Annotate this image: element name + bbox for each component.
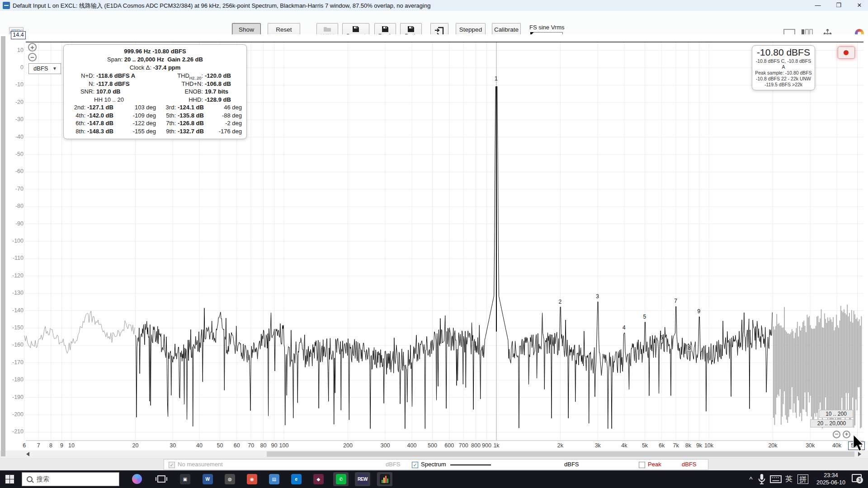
legend-item-no-measurement[interactable]: ✓No measurement (169, 461, 223, 468)
x-tick-60: 60 (234, 442, 240, 449)
x-tick-6: 6 (23, 442, 26, 449)
x-tick-90: 90 (271, 442, 278, 449)
taskbar-app-app-dark2[interactable]: ◍ (222, 472, 237, 486)
taskbar-app-wechat[interactable]: ✆ (333, 472, 349, 486)
zoom-out-button[interactable]: − (28, 53, 37, 61)
x-tick-200: 200 (343, 442, 353, 449)
legend-unit: dBFS (682, 461, 697, 468)
task-view-icon[interactable] (157, 475, 165, 483)
ime-pinyin-icon[interactable]: 拼 (797, 474, 808, 484)
y-tick--120: -120 (6, 272, 24, 279)
ime-english-icon[interactable]: 英 (784, 470, 794, 488)
legend-label: Spectrum (421, 461, 446, 468)
legend-strip: ✓No measurementdBFS✓SpectrumdBFSPeakdBFS (0, 458, 868, 470)
peak-detail-4: -119.5 dBFS >22k (754, 82, 813, 88)
y-tick--160: -160 (6, 342, 24, 348)
taskbar-app-app-dark1[interactable]: ▣ (177, 472, 193, 486)
clock-label: Clock Δ: (130, 64, 151, 71)
x-zoom-in-button[interactable]: + (843, 431, 850, 438)
y-tick-0: 0 (6, 64, 24, 70)
marker-6: 6 (660, 334, 663, 341)
x-tick-5k: 5k (642, 442, 648, 449)
chevron-down-icon: ▼ (52, 64, 57, 74)
x-tick-80: 80 (260, 442, 266, 449)
x-tick-20k: 20k (768, 442, 777, 449)
y-tick--80: -80 (6, 203, 24, 209)
edge-icon: e (291, 474, 302, 484)
rew-icon: REW (358, 474, 368, 484)
scroll-right-icon[interactable] (858, 452, 861, 456)
legend-unit: dBFS (386, 461, 401, 468)
y-tick--110: -110 (6, 255, 24, 261)
microphone-icon[interactable] (758, 470, 766, 488)
wechat-icon: ✆ (336, 474, 346, 484)
harmonic-row-2: 6th:-147.8 dB-122 deg7th:-126.8 dB-2 deg (68, 119, 242, 127)
taskbar-app-word[interactable]: W (200, 472, 215, 486)
legend-item-spectrum[interactable]: ✓Spectrum (412, 461, 446, 468)
x-tick-100: 100 (279, 442, 289, 449)
vertical-splitter[interactable] (1, 36, 5, 456)
taskbar-app-analyzer[interactable] (377, 472, 392, 486)
y-tick--190: -190 (6, 394, 24, 400)
x-tick-70: 70 (248, 442, 254, 449)
y-tick--30: -30 (6, 116, 24, 122)
taskbar-clock[interactable]: 23:34 2025-06-10 (812, 472, 850, 486)
x-zoom-out-button[interactable]: − (833, 431, 840, 438)
x-tick-10: 10 (68, 442, 75, 449)
clock-time: 23:34 (812, 472, 850, 479)
taskbar-app-app-maroon[interactable]: ◆ (311, 472, 326, 486)
search-input[interactable]: 搜索 (22, 472, 119, 486)
marker-3: 3 (596, 293, 599, 300)
peak-detail-3: -10.8 dBFS 22 - 22k UNW (754, 76, 813, 82)
x-tick-40: 40 (196, 442, 203, 449)
legend-unit: dBFS (564, 461, 579, 468)
range-box-top[interactable]: 10 .. 200 (819, 410, 853, 418)
horizontal-scrollbar[interactable] (0, 450, 868, 458)
range-box-bottom[interactable]: 20 .. 20,000 (810, 419, 853, 427)
taskbar-app-rew[interactable]: REW (355, 472, 370, 486)
x-tick-600: 600 (444, 442, 454, 449)
taskbar-app-app-red[interactable]: ◉ (244, 472, 259, 486)
clock-date: 2025-06-10 (812, 479, 850, 486)
keyboard-icon[interactable] (770, 470, 782, 488)
scroll-left-icon[interactable] (26, 452, 29, 456)
taskbar-app-explorer[interactable]: ▤ (266, 472, 282, 486)
taskbar-app-edge[interactable]: e (288, 472, 304, 486)
peak-info-box: -10.80 dBFS -10.8 dBFS C, -10.8 dBFS A P… (752, 45, 815, 90)
x-axis-max-box[interactable]: 50.0 (848, 441, 865, 450)
spectrum-plot[interactable]: dBFS 14.4 50.0 100-10-20-30-40-50-60-70-… (0, 34, 868, 488)
app-red-icon: ◉ (247, 474, 257, 484)
cursor-readout: 999.96 Hz -10.80 dBFS (124, 48, 186, 55)
record-button[interactable] (838, 47, 855, 59)
legend-item-peak[interactable]: Peak (639, 461, 661, 468)
x-tick-500: 500 (428, 442, 437, 449)
y-tick--140: -140 (6, 307, 24, 314)
cortana-icon[interactable] (132, 474, 142, 484)
y-tick--180: -180 (6, 376, 24, 383)
x-tick-800: 800 (471, 442, 481, 449)
marker-8: 8 (686, 345, 692, 352)
x-tick-30: 30 (170, 442, 176, 449)
x-tick-900: 900 (482, 442, 491, 449)
unit-dropdown[interactable]: dBFS▼ (28, 63, 61, 74)
legend-checkbox[interactable] (639, 462, 645, 468)
scrollbar-thumb[interactable] (267, 451, 854, 457)
notification-icon[interactable]: 3 (852, 474, 862, 482)
legend-checkbox[interactable]: ✓ (169, 462, 175, 468)
start-button[interactable] (5, 475, 14, 483)
app-dark2-icon: ◍ (225, 474, 235, 484)
legend-checkbox[interactable]: ✓ (412, 462, 418, 468)
peak-detail-2: Peak sample: -10.80 dBFS (754, 70, 813, 76)
marker-5: 5 (643, 314, 646, 320)
taskbar: 搜索 ▣W◍◉▤e◆✆REW ^ 英 拼 23:34 2025-06-10 3 (0, 470, 868, 488)
x-tick-20: 20 (132, 442, 139, 449)
zoom-in-button[interactable]: + (28, 43, 37, 52)
metric-row-1: N:-117.8 dBFSTHD+N:-106.8 dB (68, 80, 242, 88)
x-tick-300: 300 (381, 442, 390, 449)
y-axis-max-box[interactable]: 14.4 (11, 31, 26, 39)
tray-expand-icon[interactable]: ^ (746, 470, 756, 488)
x-tick-8k: 8k (685, 442, 691, 449)
harmonic-row-1: 4th:-142.0 dB-109 deg5th:-135.8 dB-88 de… (68, 112, 242, 120)
x-tick-6k: 6k (659, 442, 665, 449)
y-tick--10: -10 (6, 81, 24, 88)
